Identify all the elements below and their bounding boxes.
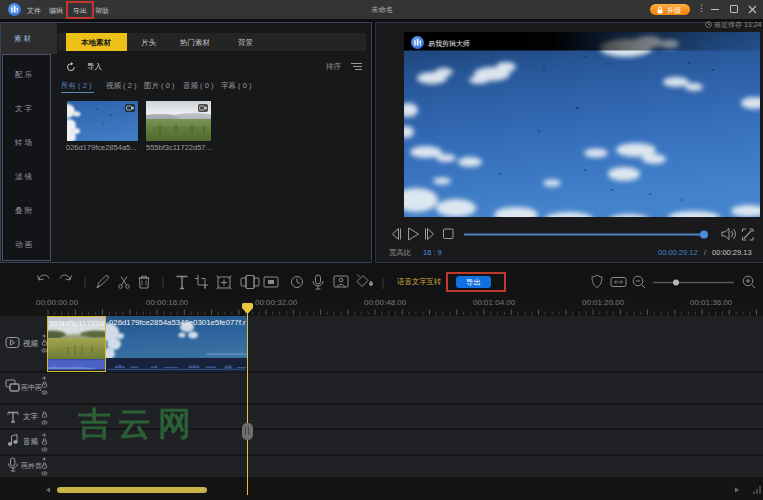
svg-text:555bf3c11722d5: 555bf3c11722d5 [50,319,106,328]
svg-text:026d179fce2854a5349e0301e5fe07: 026d179fce2854a5349e0301e5fe077f.r [109,318,246,327]
